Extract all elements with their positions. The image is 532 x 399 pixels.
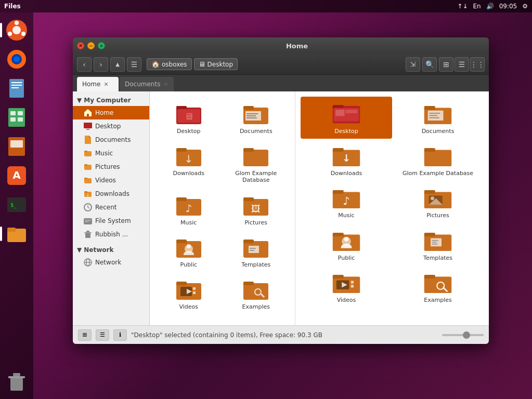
dock-ubuntu-button[interactable] [3,17,30,44]
dock-writer-button[interactable] [3,75,30,102]
maximize-button[interactable]: + [98,42,105,49]
tab-home-label: Home [82,81,100,88]
compact-view-button[interactable]: ⋮⋮ [470,57,485,72]
sidebar-item-network[interactable]: Network [73,256,149,269]
section-triangle-icon: ▼ [77,97,82,104]
list-item[interactable]: ↓ Downloads [301,139,392,181]
list-item[interactable]: ♪ Music [155,188,223,230]
dock-impress-button[interactable] [3,133,30,160]
list-item[interactable]: Examples [392,265,484,308]
svg-rect-69 [243,197,254,201]
sidebar-item-recent[interactable]: Recent [73,201,149,214]
svg-rect-124 [333,275,344,278]
sidebar-item-filesystem[interactable]: File System [73,214,149,228]
list-item[interactable]: Documents [223,97,290,139]
dock-appinstaller-button[interactable]: A [3,162,30,189]
documents-folder-label: Documents [240,128,273,135]
sidebar-item-desktop[interactable]: Desktop [73,119,149,133]
downloads-folder-icon: ↓ [174,143,203,168]
list-item[interactable]: Videos [301,265,392,308]
svg-rect-16 [18,117,23,122]
svg-rect-42 [85,220,91,221]
location-osboxes[interactable]: 🏠 osboxes [147,58,192,70]
svg-rect-101 [333,148,344,152]
list-item[interactable]: ♪ Music [301,181,392,223]
location-desktop[interactable]: 🖥 Desktop [194,58,238,70]
zoom-slider[interactable] [442,334,484,336]
sidebar-item-videos[interactable]: Videos [73,174,149,187]
pictures-large-icon [423,185,452,210]
svg-text:$_: $_ [10,202,17,208]
examples-folder-label: Examples [242,303,270,310]
pictures-folder-label: Pictures [244,219,267,226]
main-panel: 🖥 Desktop [150,91,489,325]
sidebar-item-downloads[interactable]: ↓ Downloads [73,187,149,201]
sidebar-item-music[interactable]: Music [73,147,149,160]
svg-rect-64 [243,148,254,152]
tab-documents-close[interactable]: ✕ [163,81,168,88]
pictures-large-label: Pictures [426,212,449,219]
list-item[interactable]: Videos [155,272,223,314]
list-item[interactable]: Examples [223,272,290,314]
network-section-label: Network [84,246,113,254]
list-item[interactable]: Documents [392,97,484,139]
slider-track[interactable] [442,334,484,336]
forward-button[interactable]: › [94,57,108,72]
minimize-button[interactable]: − [87,42,95,49]
dock-calc-button[interactable] [3,104,30,131]
up-button[interactable]: ▲ [110,57,125,72]
list-item[interactable]: Glom Example Database [223,139,290,188]
close-button[interactable]: ✕ [77,42,84,49]
back-button[interactable]: ‹ [77,57,92,72]
tab-home[interactable]: Home ✕ [77,77,119,91]
list-item[interactable]: Glom Example Database [392,139,484,181]
list-item[interactable]: Public [301,223,392,265]
svg-point-111 [431,197,434,201]
search-button[interactable]: 🔍 [422,57,437,72]
list-item[interactable]: Public [155,230,223,272]
list-item[interactable]: 🖥 Desktop [155,97,223,139]
status-detail-button[interactable]: ☰ [96,329,109,341]
pictures-folder-icon: 🖼 [241,192,270,217]
svg-rect-72 [176,240,187,243]
svg-point-7 [14,56,20,62]
tab-home-close[interactable]: ✕ [103,81,108,88]
dock-trash-button[interactable] [3,368,30,395]
svg-rect-85 [193,291,196,294]
slider-thumb[interactable] [463,331,470,339]
sidebar-item-rubbish[interactable]: Rubbish ... [73,228,149,241]
svg-text:🖼: 🖼 [251,203,261,214]
list-item[interactable]: 🖼 Pictures [223,188,290,230]
right-panel: Desktop Documents [295,91,489,325]
templates-folder-icon [241,234,270,259]
videos-large-icon [332,270,361,295]
list-view-button[interactable]: ☰ [455,57,469,72]
sidebar-item-home[interactable]: Home [73,106,149,119]
list-item[interactable]: Templates [223,230,290,272]
status-list-button[interactable]: ⊞ [78,329,92,341]
svg-rect-34 [84,164,87,166]
svg-rect-128 [351,285,354,287]
list-item[interactable]: Pictures [392,181,484,223]
sidebar-item-documents[interactable]: Documents [73,133,149,147]
dock-firefox-button[interactable] [3,46,30,73]
list-item[interactable]: Templates [392,223,484,265]
videos-folder-label: Videos [179,303,198,310]
videos-large-label: Videos [337,297,356,303]
icon-view-button[interactable]: ⊞ [439,57,453,72]
tab-documents[interactable]: Documents ✕ [120,77,174,91]
list-item[interactable]: ↓ Downloads [155,139,223,188]
sidebar-item-pictures[interactable]: Pictures [73,160,149,174]
svg-rect-84 [193,287,196,290]
sidebar-section-my-computer[interactable]: ▼ My Computer [73,95,149,106]
zoom-button[interactable]: ⇲ [406,57,420,72]
status-info-button[interactable]: ℹ [113,329,127,341]
svg-rect-86 [243,283,268,300]
toggle-button[interactable]: ☰ [127,57,141,72]
svg-point-4 [21,32,25,36]
pictures-sidebar-icon [83,162,93,171]
list-item[interactable]: Desktop [301,97,392,139]
sidebar-section-network[interactable]: ▼ Network [73,244,149,256]
dock-terminal-button[interactable]: $_ [3,191,30,218]
dock-files-button[interactable] [3,220,30,247]
